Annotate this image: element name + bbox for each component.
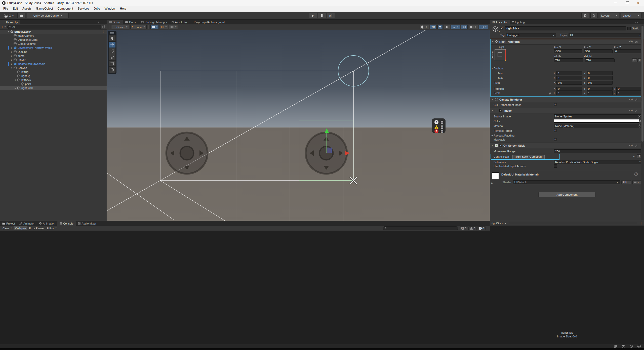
scale-z-field[interactable]: 1 bbox=[616, 91, 642, 95]
height-field[interactable]: 720 bbox=[585, 58, 614, 62]
chevron-down-icon[interactable]: ▼ bbox=[474, 26, 476, 28]
hierarchy-item[interactable]: ▶ OutLine bbox=[0, 50, 107, 54]
anchor-preset-widget[interactable]: right bottom bbox=[490, 46, 554, 65]
behaviour-dropdown[interactable]: Relative Position With Static Origin▼ bbox=[554, 160, 642, 164]
expand-arrow-icon[interactable]: ▼ bbox=[10, 67, 13, 69]
isolated-input-actions-checkbox[interactable] bbox=[554, 164, 557, 168]
lock-icon[interactable] bbox=[635, 21, 638, 23]
help-icon[interactable]: ? bbox=[629, 144, 633, 147]
grid-snap-toggle[interactable]: ▼ bbox=[150, 25, 159, 29]
shader-dropdown[interactable]: UI/Default▼ bbox=[513, 180, 620, 184]
tab-project[interactable]: Project bbox=[0, 221, 17, 226]
presets-icon[interactable] bbox=[635, 144, 638, 147]
open-window-icon[interactable] bbox=[102, 25, 105, 28]
undo-history-button[interactable] bbox=[581, 13, 589, 18]
tab-lighting[interactable]: Lighting bbox=[510, 20, 527, 24]
shader-menu-button[interactable]: ▼ bbox=[632, 180, 641, 184]
menu-help[interactable]: Help bbox=[118, 6, 129, 12]
minimize-button[interactable] bbox=[609, 0, 621, 6]
layer-dropdown[interactable]: UI▼ bbox=[569, 33, 642, 37]
chevron-down-icon[interactable]: ▼ bbox=[457, 26, 459, 28]
tab-player-input-actions[interactable]: PlayerInputActions (Input... bbox=[191, 20, 229, 24]
pause-button[interactable] bbox=[318, 13, 326, 18]
link-scale-icon[interactable] bbox=[548, 92, 552, 95]
hierarchy-item[interactable]: ▶ Player bbox=[0, 58, 107, 62]
scale-x-field[interactable]: 1 bbox=[556, 91, 582, 95]
image-header[interactable]: ▼ Image ? ⋮ bbox=[490, 108, 644, 113]
chevron-down-icon[interactable]: ▼ bbox=[4, 26, 6, 28]
expand-arrow-icon[interactable]: ▶ bbox=[10, 47, 13, 49]
restore-button[interactable] bbox=[621, 0, 632, 6]
gizmo-xy-plane-handle[interactable] bbox=[327, 148, 332, 153]
hierarchy-item[interactable]: point bbox=[0, 82, 107, 86]
menu-window[interactable]: Window bbox=[102, 6, 118, 12]
version-control-button[interactable]: Unity Version Control ▼ bbox=[27, 13, 69, 18]
rotation-y-field[interactable]: 0 bbox=[587, 87, 613, 91]
maskable-checkbox[interactable] bbox=[554, 138, 557, 141]
console-search-input[interactable] bbox=[388, 227, 457, 230]
hierarchy-item[interactable]: ▶ Items bbox=[0, 54, 107, 58]
info-filter-toggle[interactable]: ! 0 bbox=[460, 226, 468, 230]
rect-tool-button[interactable] bbox=[109, 60, 116, 67]
foldout-icon[interactable]: ▼ bbox=[491, 98, 494, 101]
static-checkbox[interactable] bbox=[627, 27, 631, 30]
object-picker-icon[interactable] bbox=[638, 115, 641, 118]
chevron-down-icon[interactable]: ▼ bbox=[10, 227, 12, 229]
lock-icon[interactable] bbox=[98, 21, 100, 23]
scene-audio-toggle[interactable] bbox=[444, 25, 450, 29]
menu-assets[interactable]: Assets bbox=[20, 6, 34, 12]
hierarchy-item[interactable]: ▼ leftStick bbox=[0, 78, 107, 82]
chevron-down-icon[interactable]: ▼ bbox=[156, 26, 158, 28]
blueprint-mode-button[interactable] bbox=[632, 58, 637, 62]
source-image-object-field[interactable]: None (Sprite) bbox=[554, 114, 642, 118]
pos-y-field[interactable]: 360 bbox=[584, 49, 612, 53]
hierarchy-item-prefab[interactable]: ▶ IngameDebugConsole › bbox=[0, 62, 107, 66]
layers-dropdown[interactable]: Layers ▼ bbox=[599, 13, 619, 18]
menu-edit[interactable]: Edit bbox=[10, 6, 20, 12]
kebab-menu-icon[interactable]: ⋮ bbox=[102, 30, 105, 33]
pivot-y-field[interactable]: 0.5 bbox=[587, 81, 613, 85]
step-button[interactable]: ▶ bbox=[327, 13, 335, 18]
hierarchy-search-input[interactable] bbox=[12, 25, 100, 28]
anchor-min-x-field[interactable]: 1 bbox=[556, 71, 582, 75]
raycast-target-checkbox[interactable] bbox=[554, 129, 557, 132]
help-icon[interactable]: ? bbox=[629, 109, 633, 112]
presets-icon[interactable] bbox=[635, 98, 638, 101]
material-object-field[interactable]: None (Material) bbox=[554, 124, 642, 128]
gizmo-x-axis[interactable] bbox=[327, 153, 346, 153]
gizmos-dropdown[interactable]: ▼ bbox=[479, 25, 488, 29]
foldout-icon[interactable]: ▼ bbox=[491, 40, 494, 43]
chevron-down-icon[interactable]: ▼ bbox=[485, 26, 487, 28]
foldout-icon[interactable]: ▼ bbox=[491, 109, 494, 112]
clear-button[interactable]: Clear ▼ bbox=[1, 226, 14, 230]
kebab-menu-icon[interactable]: ⋮ bbox=[640, 20, 642, 24]
add-gameobject-button[interactable]: + bbox=[1, 25, 3, 29]
pos-z-field[interactable]: 0 bbox=[614, 49, 642, 53]
expand-arrow-icon[interactable]: ▼ bbox=[14, 79, 17, 81]
tab-asset-store[interactable]: Asset Store bbox=[169, 20, 191, 24]
color-swatch[interactable] bbox=[554, 119, 639, 123]
pivot-mode-dropdown[interactable]: Center ▼ bbox=[111, 25, 129, 29]
gameobject-name-field[interactable]: rightStick bbox=[505, 26, 626, 30]
error-pause-toggle[interactable]: Error Pause bbox=[27, 226, 45, 230]
scene-lighting-toggle[interactable] bbox=[437, 25, 443, 29]
scale-y-field[interactable]: 1 bbox=[587, 91, 613, 95]
active-checkbox[interactable] bbox=[500, 27, 503, 30]
debugger-disabled-icon[interactable] bbox=[614, 344, 618, 348]
menu-component[interactable]: Component bbox=[55, 6, 75, 12]
hierarchy-item[interactable]: Global Volume bbox=[0, 42, 107, 46]
search-button[interactable] bbox=[590, 13, 598, 18]
hierarchy-search[interactable] bbox=[7, 25, 101, 29]
chevron-down-icon[interactable]: ▼ bbox=[175, 26, 177, 28]
movement-range-field[interactable]: 200 bbox=[554, 149, 642, 153]
cull-transparent-mesh-checkbox[interactable] bbox=[554, 103, 557, 106]
image-enabled-checkbox[interactable] bbox=[499, 109, 502, 112]
snap-increment-button[interactable]: ▼ bbox=[160, 25, 168, 29]
hierarchy-item-selected[interactable]: ▶ rightStick bbox=[0, 86, 107, 90]
hierarchy-item[interactable]: ▼ Canvas bbox=[0, 66, 107, 70]
rect-transform-header[interactable]: ▼ Rect Transform ? ⋮ bbox=[490, 39, 644, 45]
layout-dropdown[interactable]: Layout ▼ bbox=[621, 13, 641, 18]
move-tool-button[interactable] bbox=[109, 41, 116, 48]
chevron-down-icon[interactable]: ▼ bbox=[504, 222, 506, 225]
kebab-menu-icon[interactable]: ⋮ bbox=[102, 20, 105, 24]
